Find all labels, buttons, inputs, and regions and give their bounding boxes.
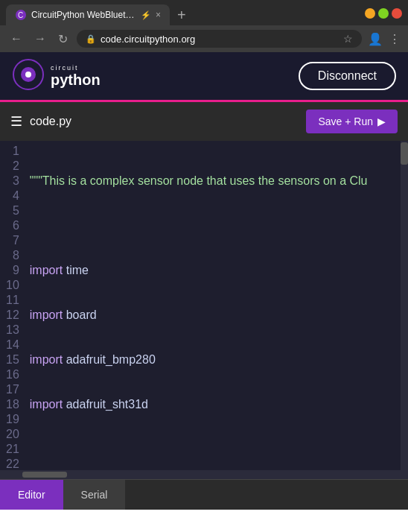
tab-bar: C CircuitPython WebBlueto… ⚡ × + — [0, 0, 408, 25]
code-editor[interactable]: 12345 678910 1112131415 1617181920 21222… — [0, 141, 408, 479]
serial-tab[interactable]: Serial — [63, 480, 126, 510]
svg-text:C: C — [18, 11, 23, 19]
refresh-button[interactable]: ↻ — [55, 31, 71, 48]
window-controls — [365, 8, 402, 22]
menu-icon[interactable]: ⋮ — [389, 32, 401, 46]
app: circuit python Disconnect ☰ code.py Save… — [0, 52, 408, 510]
save-run-button[interactable]: Save + Run ▶ — [306, 110, 398, 133]
address-text: code.circuitpython.org — [101, 34, 339, 45]
code-line-7 — [30, 442, 396, 457]
hamburger-icon[interactable]: ☰ — [10, 113, 22, 130]
logo-big-text: python — [51, 72, 101, 89]
editor-tab[interactable]: Editor — [0, 480, 63, 510]
horizontal-scrollbar[interactable] — [0, 470, 408, 479]
file-name: code.py — [30, 115, 71, 128]
nav-bar: ← → ↻ 🔒 code.circuitpython.org ☆ 👤 ⋮ — [0, 25, 408, 52]
close-button[interactable] — [392, 8, 402, 19]
code-line-4: import board — [30, 308, 396, 323]
browser-chrome: C CircuitPython WebBlueto… ⚡ × + ← → ↻ 🔒… — [0, 0, 408, 52]
app-header: circuit python Disconnect — [0, 52, 408, 102]
code-line-2 — [30, 218, 396, 233]
vertical-scrollbar-thumb[interactable] — [401, 142, 408, 165]
back-button[interactable]: ← — [7, 31, 25, 47]
new-tab-button[interactable]: + — [173, 7, 191, 24]
logo-icon — [12, 58, 45, 94]
profile-icon[interactable]: 👤 — [368, 32, 383, 46]
minimize-button[interactable] — [365, 8, 375, 19]
lock-icon: 🔒 — [86, 34, 96, 44]
address-bar[interactable]: 🔒 code.circuitpython.org ☆ — [77, 30, 362, 48]
toolbar-left: ☰ code.py — [10, 113, 71, 130]
bottom-tabs: Editor Serial — [0, 479, 408, 510]
run-arrow-icon: ▶ — [377, 115, 386, 127]
disconnect-button[interactable]: Disconnect — [299, 62, 396, 90]
forward-button[interactable]: → — [31, 31, 49, 47]
code-line-5: import adafruit_bmp280 — [30, 352, 396, 367]
bluetooth-icon: ⚡ — [141, 10, 151, 20]
save-run-label: Save + Run — [318, 115, 373, 127]
vertical-scrollbar[interactable] — [401, 141, 408, 470]
line-numbers: 12345 678910 1112131415 1617181920 21222… — [0, 141, 25, 470]
svg-point-4 — [25, 72, 31, 77]
tab-close-button[interactable]: × — [156, 10, 161, 20]
code-line-1: """This is a complex sensor node that us… — [30, 174, 396, 189]
code-line-3: import time — [30, 263, 396, 278]
bookmark-icon[interactable]: ☆ — [343, 33, 353, 45]
code-line-6: import adafruit_sht31d — [30, 397, 396, 412]
horizontal-scrollbar-thumb[interactable] — [22, 472, 67, 478]
tab-favicon: C — [15, 9, 27, 21]
logo-small-text: circuit — [51, 64, 101, 72]
toolbar: ☰ code.py Save + Run ▶ — [0, 102, 408, 141]
logo-area: circuit python — [12, 58, 101, 94]
maximize-button[interactable] — [378, 8, 389, 19]
active-tab[interactable]: C CircuitPython WebBlueto… ⚡ × — [6, 4, 170, 25]
logo-text-area: circuit python — [51, 64, 101, 89]
tab-title: CircuitPython WebBlueto… — [31, 10, 136, 20]
code-scroll-area: 12345 678910 1112131415 1617181920 21222… — [0, 141, 408, 470]
code-text[interactable]: """This is a complex sensor node that us… — [25, 141, 401, 470]
